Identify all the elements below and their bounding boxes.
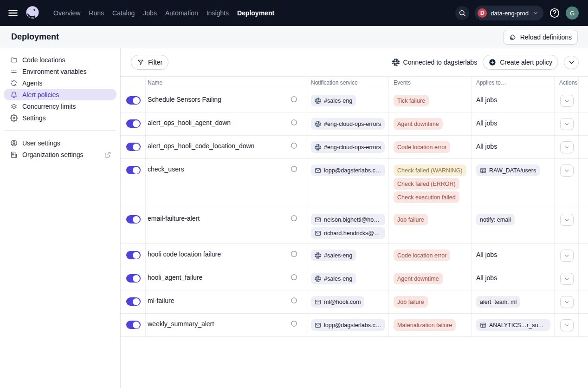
alert-policy-toggle[interactable]	[126, 321, 141, 329]
reload-definitions-button[interactable]: Reload definitions	[503, 30, 578, 45]
alert-policy-toggle[interactable]	[126, 297, 141, 306]
alert-policy-toggle[interactable]	[126, 251, 141, 259]
sidebar-item-agents[interactable]: Agents	[4, 77, 116, 89]
sidebar-item-organization-settings[interactable]: Organization settings	[4, 149, 116, 160]
page-title: Deployment	[11, 32, 59, 42]
row-spacer	[579, 208, 588, 243]
row-actions-button[interactable]	[560, 141, 574, 153]
mail-icon	[315, 167, 321, 174]
toggle-cell	[121, 267, 146, 290]
nav-item-overview[interactable]: Overview	[49, 6, 84, 20]
info-icon[interactable]	[291, 215, 297, 222]
row-actions-button[interactable]	[560, 296, 574, 308]
info-icon[interactable]	[291, 274, 297, 281]
notification-badge: #eng-cloud-ops-errors	[311, 141, 385, 153]
alert-policy-toggle[interactable]	[126, 215, 141, 224]
notification-badge: lopp@dagsterlabs.com	[311, 164, 385, 176]
info-icon[interactable]	[291, 119, 297, 126]
applies-to-cell: All jobs	[472, 244, 555, 267]
applies-to-items: ANALYTICS…r_summary	[476, 319, 550, 331]
sidebar-item-environment-variables[interactable]: Environment variables	[4, 66, 116, 77]
applies-to-cell: notify: email	[472, 208, 555, 243]
info-icon[interactable]	[291, 320, 297, 327]
alert-policy-toggle[interactable]	[126, 143, 141, 151]
actions-cell	[555, 290, 579, 313]
nav-item-insights[interactable]: Insights	[202, 6, 233, 20]
row-actions-button[interactable]	[560, 250, 574, 262]
more-options-button[interactable]	[564, 56, 579, 69]
info-icon[interactable]	[291, 165, 297, 172]
row-actions-button[interactable]	[560, 95, 574, 107]
row-actions-button[interactable]	[560, 118, 574, 130]
alert-policy-row: Schedule Sensors Failing#sales-engTick f…	[121, 89, 588, 112]
event-badges: Job failure	[394, 296, 467, 308]
info-icon[interactable]	[291, 250, 297, 257]
row-actions-button[interactable]	[560, 214, 574, 226]
notification-badge: #sales-eng	[311, 273, 356, 284]
environment-switcher[interactable]: D data-eng-prod	[475, 6, 543, 20]
notification-badge: nelson.bighetti@hooli.co…	[311, 214, 385, 225]
mail-icon	[315, 322, 321, 329]
nav-item-runs[interactable]: Runs	[84, 6, 108, 20]
info-icon[interactable]	[291, 142, 297, 149]
info-icon[interactable]	[291, 297, 297, 304]
nav-item-deployment[interactable]: Deployment	[233, 6, 278, 20]
external-link-icon	[104, 151, 111, 158]
applies-to-label: RAW_DATA/users	[489, 167, 536, 174]
row-actions-button[interactable]	[560, 273, 574, 285]
alert-policy-toggle[interactable]	[126, 166, 141, 174]
alert-policy-name: hooli code location failure	[148, 250, 221, 259]
actions-cell	[555, 208, 579, 243]
info-icon[interactable]	[291, 96, 297, 103]
sidebar-item-alert-policies[interactable]: Alert policies	[4, 89, 116, 100]
slack-icon	[315, 144, 321, 151]
user-avatar[interactable]: G	[566, 7, 579, 20]
notification-label: ml@hooli.com	[324, 299, 361, 305]
slack-icon	[392, 59, 400, 66]
row-actions-button[interactable]	[560, 319, 574, 331]
alert-policy-toggle[interactable]	[126, 119, 141, 128]
name-cell: alert_ops_hooli_code_location_down	[146, 136, 306, 158]
dagster-logo[interactable]	[24, 5, 41, 21]
nav-item-jobs[interactable]: Jobs	[139, 6, 161, 20]
event-badge: Code location error	[394, 141, 450, 153]
column-header-events: Events	[389, 77, 472, 89]
user-icon	[10, 139, 18, 147]
applies-to-items: notify: email	[476, 214, 550, 225]
event-badges: Job failure	[394, 214, 467, 225]
alert-policy-name: email-failture-alert	[148, 214, 200, 223]
applies-to-items: RAW_DATA/users	[476, 164, 550, 176]
alert-policy-name: check_users	[148, 164, 184, 174]
slack-icon	[315, 121, 321, 127]
event-badges: Tick failure	[394, 95, 467, 106]
row-spacer	[579, 136, 588, 158]
filter-label: Filter	[148, 59, 162, 66]
event-label: Check execution failed	[397, 194, 456, 201]
search-button[interactable]	[455, 6, 469, 20]
hamburger-icon[interactable]	[7, 7, 19, 19]
nav-item-catalog[interactable]: Catalog	[108, 6, 139, 20]
notification-label: richard.hendricks@hooli…	[324, 230, 381, 237]
notification-cell: nelson.bighetti@hooli.co…richard.hendric…	[306, 208, 389, 243]
alert-policy-name: weekly_summary_alert	[148, 319, 214, 329]
event-label: Materialization failure	[397, 322, 452, 329]
nav-item-automation[interactable]: Automation	[161, 6, 202, 20]
alert-policy-toggle[interactable]	[126, 96, 141, 105]
applies-to-items: All jobs	[476, 118, 550, 128]
notification-badge: richard.hendricks@hooli…	[311, 227, 385, 239]
help-button[interactable]	[549, 7, 560, 19]
applies-to-badge: alert_team: ml	[476, 296, 520, 308]
sidebar-item-code-locations[interactable]: Code locations	[4, 54, 116, 66]
create-alert-policy-button[interactable]: Create alert policy	[483, 55, 558, 70]
notification-label: nelson.bighetti@hooli.co…	[324, 217, 381, 223]
row-actions-button[interactable]	[560, 164, 574, 177]
sidebar-item-settings[interactable]: Settings	[4, 112, 116, 124]
alert-policy-toggle[interactable]	[126, 274, 141, 283]
sidebar-item-label: Environment variables	[22, 68, 87, 75]
sidebar-item-concurrency-limits[interactable]: Concurrency limits	[4, 100, 116, 112]
sidebar-item-user-settings[interactable]: User settings	[4, 137, 116, 149]
applies-to-items: All jobs	[476, 250, 550, 260]
filter-button[interactable]: Filter	[131, 55, 168, 70]
slack-icon	[315, 98, 321, 104]
notification-cell: #sales-eng	[306, 244, 389, 267]
